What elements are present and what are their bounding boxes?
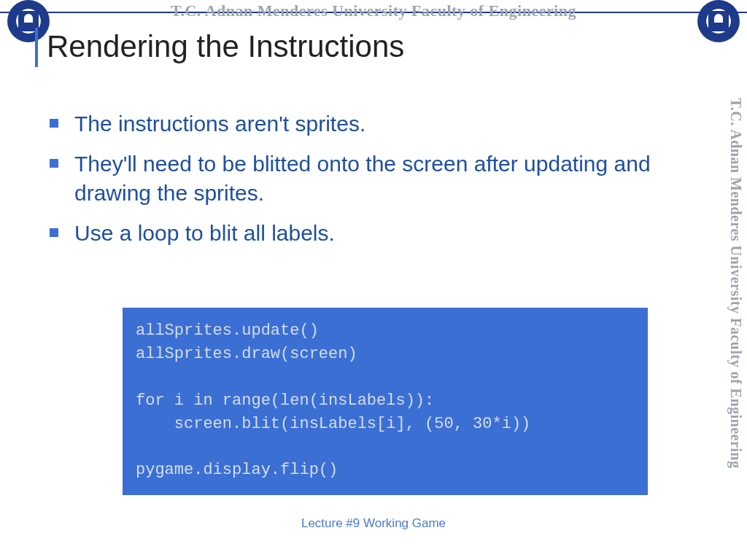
header-watermark: T.C. Adnan Menderes University Faculty o… bbox=[171, 1, 576, 20]
faculty-logo-right bbox=[697, 0, 740, 42]
bullet-text: Use a loop to blit all labels. bbox=[74, 219, 335, 249]
bullet-marker-icon bbox=[50, 159, 58, 168]
bullet-text: The instructions aren't sprites. bbox=[74, 109, 365, 139]
slide-title-accent-bar bbox=[35, 28, 38, 67]
bullet-marker-icon bbox=[50, 119, 58, 128]
bullet-marker-icon bbox=[50, 228, 58, 237]
bullet-list: The instructions aren't sprites. They'll… bbox=[50, 109, 689, 258]
university-logo-left bbox=[7, 0, 50, 42]
bullet-item: Use a loop to blit all labels. bbox=[50, 219, 689, 249]
slide-title: Rendering the Instructions bbox=[47, 29, 404, 64]
footer-lecture-label: Lecture #9 Working Game bbox=[301, 516, 446, 531]
bullet-item: The instructions aren't sprites. bbox=[50, 109, 689, 139]
bullet-text: They'll need to be blitted onto the scre… bbox=[74, 149, 689, 209]
bullet-item: They'll need to be blitted onto the scre… bbox=[50, 149, 689, 209]
side-watermark: T.C. Adnan Menderes University Faculty o… bbox=[725, 64, 747, 502]
code-block: allSprites.update() allSprites.draw(scre… bbox=[123, 308, 648, 495]
side-watermark-text: T.C. Adnan Menderes University Faculty o… bbox=[728, 98, 745, 468]
